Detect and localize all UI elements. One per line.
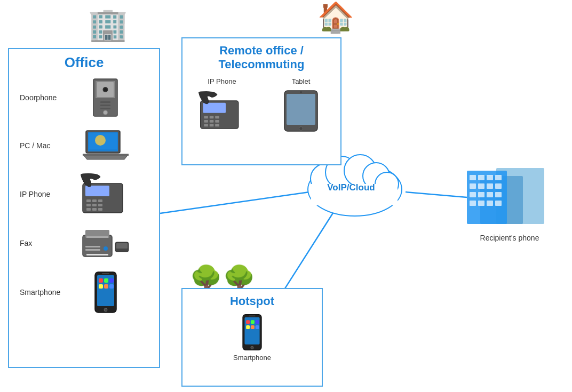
svg-text:VoIP/Cloud: VoIP/Cloud (327, 182, 375, 193)
svg-rect-31 (86, 254, 108, 255)
office-item-smartphone: Smartphone (9, 268, 159, 317)
svg-rect-48 (210, 116, 214, 118)
ipphone-icon (62, 173, 148, 215)
svg-rect-39 (99, 278, 103, 283)
doorphone-icon (62, 78, 148, 118)
smartphone-label: Smartphone (20, 288, 62, 297)
svg-rect-3 (100, 101, 110, 103)
svg-point-37 (104, 308, 107, 311)
svg-rect-101 (487, 201, 493, 206)
svg-rect-100 (478, 201, 484, 206)
svg-rect-15 (85, 186, 109, 196)
svg-rect-40 (104, 278, 108, 283)
svg-point-77 (311, 164, 340, 194)
svg-rect-102 (495, 201, 502, 206)
svg-rect-46 (203, 103, 226, 113)
pcmac-label: PC / Mac (20, 141, 62, 150)
svg-rect-88 (478, 175, 484, 180)
remote-ipphone-label: IP Phone (208, 77, 236, 85)
hotspot-smartphone-icon (240, 314, 264, 351)
svg-rect-87 (470, 175, 476, 180)
svg-point-12 (95, 135, 106, 146)
svg-point-59 (299, 126, 303, 130)
smartphone-icon (62, 271, 148, 314)
remote-building-icon: 🏠 (317, 0, 354, 35)
svg-rect-55 (215, 124, 219, 126)
svg-rect-52 (215, 120, 219, 123)
ipphone-label: IP Phone (20, 190, 62, 198)
svg-rect-58 (287, 94, 315, 125)
svg-rect-90 (495, 175, 502, 180)
hotspot-item-smartphone: Smartphone (233, 314, 271, 362)
svg-rect-20 (92, 204, 97, 206)
svg-rect-89 (487, 175, 493, 180)
svg-rect-65 (249, 316, 255, 317)
recipient-label: Recipient's phone (480, 234, 539, 242)
svg-rect-68 (256, 320, 259, 324)
svg-rect-50 (204, 120, 208, 123)
svg-rect-13 (83, 154, 129, 156)
svg-rect-38 (102, 273, 109, 274)
svg-rect-95 (470, 192, 476, 197)
tablet-icon (282, 90, 320, 132)
office-box: Office Doorphone PC / Mac (8, 48, 160, 368)
office-item-fax: Fax (9, 219, 159, 268)
office-title: Office (9, 54, 159, 71)
svg-rect-19 (86, 204, 91, 206)
office-item-pcmac: PC / Mac (9, 122, 159, 170)
remote-item-tablet: Tablet (269, 77, 333, 132)
recipient-building-icon (464, 160, 555, 229)
remote-box: Remote office / Telecommuting IP Phone T… (181, 37, 341, 165)
svg-rect-67 (251, 320, 255, 324)
svg-rect-30 (85, 249, 100, 251)
svg-rect-54 (210, 124, 214, 126)
svg-rect-5 (100, 108, 110, 109)
svg-rect-69 (246, 325, 250, 329)
svg-rect-33 (116, 243, 128, 249)
remote-items: IP Phone Tablet (182, 77, 340, 132)
fax-icon (62, 222, 148, 265)
svg-rect-22 (86, 208, 91, 211)
svg-rect-99 (470, 201, 476, 206)
svg-point-60 (300, 91, 302, 93)
svg-rect-42 (99, 284, 103, 289)
svg-rect-66 (246, 320, 250, 324)
svg-point-80 (363, 163, 390, 189)
office-building-icon: 🏢 (88, 5, 128, 43)
svg-line-72 (160, 192, 309, 213)
svg-point-79 (344, 155, 376, 187)
svg-rect-23 (92, 208, 97, 211)
fax-label: Fax (20, 239, 62, 247)
svg-point-28 (104, 246, 108, 251)
svg-point-7 (104, 88, 107, 91)
recipient-container: Recipient's phone (464, 160, 555, 242)
svg-rect-16 (86, 199, 91, 202)
remote-title: Remote office / Telecommuting (182, 44, 340, 72)
remote-item-ipphone: IP Phone (190, 77, 254, 132)
svg-rect-51 (210, 120, 214, 123)
svg-rect-29 (85, 246, 100, 247)
svg-rect-17 (92, 199, 97, 202)
svg-rect-82 (311, 184, 398, 205)
svg-line-75 (406, 192, 467, 197)
office-item-ipphone: IP Phone (9, 170, 159, 219)
svg-rect-44 (109, 284, 114, 289)
remote-ipphone-icon (198, 90, 246, 132)
svg-rect-47 (204, 116, 208, 118)
hotspot-box: Hotspot Smartphone (181, 288, 323, 387)
hotspot-title: Hotspot (182, 294, 322, 308)
svg-rect-71 (256, 325, 259, 329)
svg-rect-53 (204, 124, 208, 126)
svg-rect-94 (495, 183, 502, 189)
svg-rect-18 (98, 199, 102, 202)
svg-rect-27 (86, 236, 108, 238)
hotspot-smartphone-label: Smartphone (233, 354, 271, 362)
svg-point-8 (104, 110, 108, 115)
svg-rect-49 (215, 116, 219, 118)
svg-rect-41 (109, 278, 114, 283)
svg-rect-91 (470, 183, 476, 189)
svg-rect-96 (478, 192, 484, 197)
svg-rect-43 (104, 284, 108, 289)
svg-rect-4 (100, 105, 110, 106)
svg-rect-93 (487, 183, 493, 189)
